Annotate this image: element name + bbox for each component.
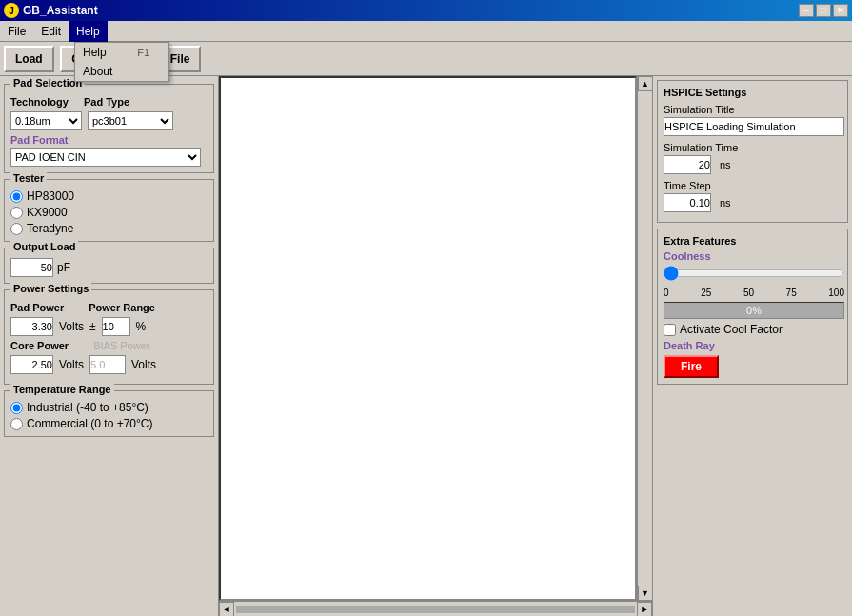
- pad-power-unit: Volts: [59, 320, 84, 333]
- output-load-title: Output Load: [10, 241, 78, 252]
- death-ray-label: Death Ray: [664, 340, 842, 351]
- pad-power-label: Pad Power: [10, 302, 64, 313]
- power-settings-group: Power Settings Pad Power Power Range Vol…: [4, 289, 214, 385]
- core-power-label: Core Power: [10, 340, 69, 351]
- time-step-unit: ns: [720, 197, 731, 209]
- app-icon: J: [4, 3, 19, 18]
- extra-features-group: Extra Features Coolness 0 25 50 75 100 0…: [657, 229, 848, 385]
- power-range-label: Power Range: [89, 302, 155, 313]
- scroll-down-btn[interactable]: ▼: [638, 586, 653, 601]
- sim-time-unit: ns: [720, 159, 731, 170]
- tester-kx9000[interactable]: KX9000: [10, 206, 208, 219]
- bias-power-input[interactable]: [89, 355, 126, 374]
- scroll-up-btn[interactable]: ▲: [638, 76, 653, 91]
- title-bar-controls: ─ □ ✕: [799, 4, 848, 17]
- power-settings-title: Power Settings: [10, 283, 91, 294]
- maximize-button[interactable]: □: [816, 4, 831, 17]
- menu-bar: File Edit Help: [0, 21, 852, 42]
- activate-cool-checkbox[interactable]: [664, 324, 676, 336]
- scroll-right-btn[interactable]: ►: [637, 602, 652, 617]
- title-bar: J GB_Assistant ─ □ ✕: [0, 0, 852, 21]
- canvas-area: ▲ ▼ ◄ ►: [219, 76, 652, 616]
- coolness-label: Coolness: [664, 250, 842, 262]
- coolness-slider-container: 0 25 50 75 100: [664, 266, 842, 298]
- title-bar-text: GB_Assistant: [23, 4, 98, 17]
- pad-selection-group: Pad Selection Technology Pad Type 0.18um…: [4, 84, 214, 173]
- activate-cool-label: Activate Cool Factor: [680, 323, 783, 336]
- power-range-sign: ±: [89, 320, 96, 333]
- left-panel: Pad Selection Technology Pad Type 0.18um…: [0, 76, 219, 616]
- output-load-unit: pF: [57, 261, 70, 274]
- tester-group: Tester HP83000 KX9000 Teradyne: [4, 179, 214, 242]
- pad-power-input[interactable]: [10, 317, 53, 336]
- sim-time-input[interactable]: [664, 155, 711, 174]
- tester-title: Tester: [10, 172, 47, 184]
- right-panel: HSPICE Settings Simulation Title Simulat…: [652, 76, 852, 616]
- tester-teradyne[interactable]: Teradyne: [10, 222, 208, 235]
- menu-file[interactable]: File: [0, 21, 33, 42]
- temp-commercial[interactable]: Commercial (0 to +70°C): [10, 417, 208, 430]
- canvas-inner: ▲ ▼: [219, 76, 652, 601]
- close-button[interactable]: ✕: [833, 4, 848, 17]
- time-step-input[interactable]: [664, 193, 711, 212]
- core-power-unit: Volts: [59, 358, 84, 371]
- output-load-input[interactable]: [10, 258, 53, 277]
- scroll-left-btn[interactable]: ◄: [219, 602, 234, 617]
- minimize-button[interactable]: ─: [799, 4, 814, 17]
- canvas-white: [219, 76, 637, 601]
- dropdown-item-help[interactable]: Help F1: [75, 43, 168, 62]
- technology-select[interactable]: 0.18um 0.25um 0.35um: [10, 111, 82, 130]
- bias-power-unit: Volts: [131, 358, 156, 371]
- load-button[interactable]: Load: [4, 46, 54, 72]
- padtype-label: Pad Type: [84, 96, 129, 108]
- output-load-group: Output Load pF: [4, 248, 214, 284]
- pad-format-label: Pad Format: [10, 134, 208, 146]
- slider-labels: 0 25 50 75 100: [664, 288, 844, 298]
- menu-edit[interactable]: Edit: [33, 21, 69, 42]
- padtype-select[interactable]: pc3b01 pc3b02: [88, 111, 173, 130]
- scrollbar-vertical[interactable]: ▲ ▼: [637, 76, 652, 601]
- menu-help[interactable]: Help: [69, 21, 108, 42]
- tech-label: Technology: [10, 96, 69, 108]
- power-range-input[interactable]: [102, 317, 130, 336]
- power-range-unit: %: [136, 320, 147, 333]
- bias-power-label: BIAS Power: [93, 340, 149, 351]
- core-power-input[interactable]: [10, 355, 53, 374]
- main-content: Pad Selection Technology Pad Type 0.18um…: [0, 76, 852, 616]
- help-dropdown: Help F1 About: [74, 42, 169, 82]
- temp-range-title: Temperature Range: [10, 384, 114, 395]
- time-step-label: Time Step: [664, 180, 842, 191]
- dropdown-item-about[interactable]: About: [75, 62, 168, 81]
- coolness-progress-bar: 0%: [664, 302, 844, 319]
- sim-title-label: Simulation Title: [664, 104, 842, 115]
- scrollbar-horizontal[interactable]: ◄ ►: [219, 601, 652, 616]
- activate-cool-row[interactable]: Activate Cool Factor: [664, 323, 842, 336]
- sim-title-input[interactable]: [664, 117, 844, 136]
- temp-range-group: Temperature Range Industrial (-40 to +85…: [4, 390, 214, 437]
- hspice-title: HSPICE Settings: [664, 87, 842, 98]
- progress-label: 0%: [746, 305, 762, 316]
- pad-format-select[interactable]: PAD IOEN CIN PAD IOEN COUT PAD IN PAD OU…: [10, 148, 201, 167]
- coolness-slider[interactable]: [664, 266, 844, 281]
- tester-hp83000[interactable]: HP83000: [10, 189, 208, 203]
- temp-industrial[interactable]: Industrial (-40 to +85°C): [10, 401, 208, 414]
- hspice-settings-group: HSPICE Settings Simulation Title Simulat…: [657, 80, 848, 223]
- fire-button[interactable]: Fire: [664, 355, 719, 378]
- extra-features-title: Extra Features: [664, 235, 842, 247]
- sim-time-label: Simulation Time: [664, 142, 842, 153]
